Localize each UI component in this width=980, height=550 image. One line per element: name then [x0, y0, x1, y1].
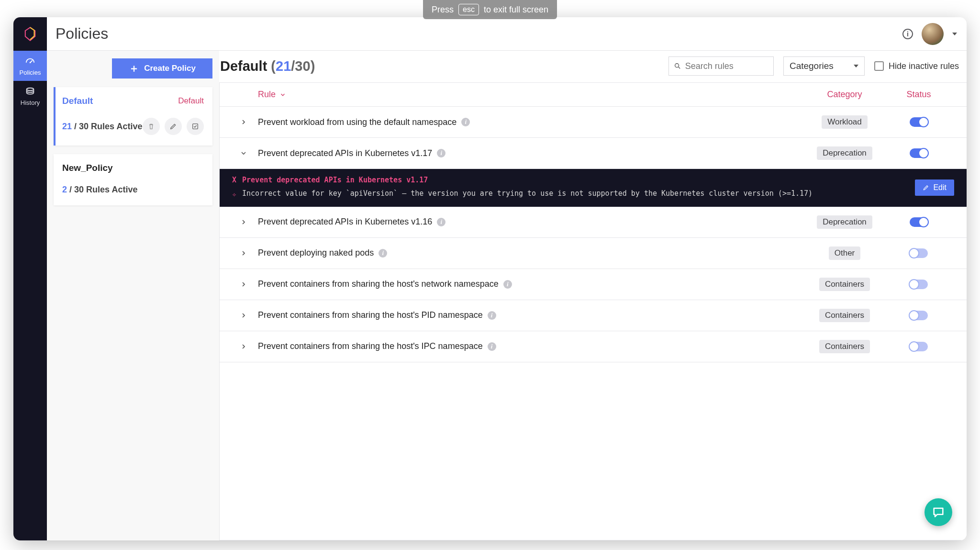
page-title: Policies — [56, 25, 902, 43]
lightbulb-icon: ✧ — [232, 189, 236, 200]
rule-status — [885, 117, 952, 127]
rule-category: Containers — [804, 340, 885, 353]
fullscreen-esc-hint: Press esc to exit full screen — [423, 0, 557, 19]
chevron-down-icon[interactable] — [952, 33, 957, 35]
col-category: Category — [804, 90, 885, 100]
table-row: Prevent containers from sharing the host… — [220, 269, 967, 300]
plus-icon: ＋ — [129, 63, 139, 74]
col-status: Status — [885, 90, 952, 100]
chevron-right-icon — [240, 249, 247, 257]
nav-history-label: History — [21, 99, 40, 106]
expand-row-button[interactable] — [229, 149, 258, 157]
svg-rect-3 — [193, 124, 198, 129]
create-policy-button[interactable]: ＋ Create Policy — [112, 58, 212, 79]
rule-status — [885, 342, 952, 351]
table-header: Rule Category Status — [220, 83, 967, 107]
info-icon[interactable]: i — [437, 218, 445, 226]
rule-status — [885, 280, 952, 289]
rule-name: Prevent containers from sharing the host… — [258, 341, 804, 351]
svg-point-2 — [27, 88, 34, 91]
esc-hint-after: to exit full screen — [484, 5, 548, 15]
categories-dropdown-label: Categories — [790, 61, 834, 71]
app-window: Policies History Policies i ＋ — [13, 17, 967, 540]
search-rules-field[interactable] — [685, 61, 768, 71]
chat-fab[interactable] — [924, 498, 952, 526]
status-toggle[interactable] — [910, 217, 928, 227]
info-icon[interactable]: i — [503, 280, 512, 289]
policy-list-panel: ＋ Create Policy Default Default 21 / 30 … — [47, 51, 219, 540]
status-toggle[interactable] — [910, 280, 928, 289]
chevron-right-icon — [240, 281, 247, 288]
esc-key: esc — [458, 4, 479, 15]
detail-message: Incorrect value for key `apiVersion` – t… — [242, 188, 813, 199]
table-row: Prevent deploying naked podsiOther — [220, 238, 967, 269]
info-icon[interactable]: i — [379, 249, 387, 258]
chevron-down-icon — [279, 91, 286, 98]
apply-policy-button[interactable] — [187, 118, 204, 135]
body-region: ＋ Create Policy Default Default 21 / 30 … — [47, 51, 967, 540]
rule-category: Workload — [804, 115, 885, 129]
checkbox-icon — [874, 61, 884, 71]
chevron-right-icon — [240, 118, 247, 126]
policy-rule-count: 21 / 30 Rules Active — [62, 122, 142, 132]
edit-policy-button[interactable] — [165, 118, 182, 135]
rule-name: Prevent deprecated APIs in Kubernetes v1… — [258, 148, 804, 158]
table-row: Prevent containers from sharing the host… — [220, 300, 967, 331]
policy-card-new[interactable]: New_Policy 2 / 30 Rules Active — [54, 154, 212, 205]
app-logo[interactable] — [13, 17, 47, 51]
nav-history[interactable]: History — [13, 81, 47, 111]
expand-row-button[interactable] — [229, 343, 258, 350]
rule-category: Other — [804, 247, 885, 260]
status-toggle[interactable] — [910, 117, 928, 127]
chevron-right-icon — [240, 343, 247, 350]
chevron-down-icon — [240, 149, 247, 157]
rule-category: Deprecation — [804, 146, 885, 160]
create-policy-label: Create Policy — [144, 64, 196, 73]
detail-title: Prevent deprecated APIs in Kubernetes v1… — [242, 176, 428, 184]
expand-row-button[interactable] — [229, 118, 258, 126]
rule-name: Prevent containers from sharing the host… — [258, 310, 804, 320]
search-rules-input[interactable] — [668, 56, 774, 76]
rule-name: Prevent deprecated APIs in Kubernetes v1… — [258, 217, 804, 227]
rules-content: Default (21/30) Categories Hide in — [219, 51, 967, 540]
info-icon[interactable]: i — [902, 29, 913, 39]
expand-row-button[interactable] — [229, 249, 258, 257]
expand-row-button[interactable] — [229, 281, 258, 288]
table-row: Prevent workload from using the default … — [220, 107, 967, 138]
database-icon — [24, 87, 36, 97]
expand-row-button[interactable] — [229, 218, 258, 226]
rule-name: Prevent workload from using the default … — [258, 117, 804, 127]
info-icon[interactable]: i — [488, 342, 496, 351]
categories-dropdown[interactable]: Categories — [783, 56, 865, 76]
delete-policy-button[interactable] — [143, 118, 160, 135]
edit-rule-button[interactable]: Edit — [915, 180, 954, 196]
rule-category: Containers — [804, 309, 885, 322]
info-icon[interactable]: i — [488, 311, 496, 320]
info-icon[interactable]: i — [437, 149, 445, 157]
info-icon[interactable]: i — [461, 118, 470, 126]
trash-icon — [147, 123, 155, 130]
hide-inactive-toggle[interactable]: Hide inactive rules — [874, 61, 959, 71]
avatar[interactable] — [922, 23, 944, 45]
status-toggle[interactable] — [910, 311, 928, 320]
rule-detail-panel: XPrevent deprecated APIs in Kubernetes v… — [220, 169, 967, 207]
chevron-down-icon — [854, 65, 858, 67]
status-toggle[interactable] — [910, 342, 928, 351]
nav-policies[interactable]: Policies — [13, 51, 47, 81]
rule-status — [885, 148, 952, 158]
expand-row-button[interactable] — [229, 312, 258, 319]
hide-inactive-label: Hide inactive rules — [889, 61, 959, 71]
policy-card-default[interactable]: Default Default 21 / 30 Rules Active — [54, 87, 212, 146]
col-rule[interactable]: Rule — [258, 90, 804, 100]
side-nav: Policies History — [13, 17, 47, 540]
status-toggle[interactable] — [910, 148, 928, 158]
rule-status — [885, 311, 952, 320]
rules-table: Rule Category Status Prevent workload fr… — [219, 82, 967, 540]
table-row: Prevent deprecated APIs in Kubernetes v1… — [220, 138, 967, 169]
content-toolbar: Default (21/30) Categories Hide in — [219, 56, 967, 82]
search-icon — [674, 62, 681, 70]
rule-status — [885, 248, 952, 258]
table-row: Prevent deprecated APIs in Kubernetes v1… — [220, 207, 967, 238]
main-region: Policies i ＋ Create Policy Default Defau… — [47, 17, 967, 540]
status-toggle[interactable] — [910, 248, 928, 258]
